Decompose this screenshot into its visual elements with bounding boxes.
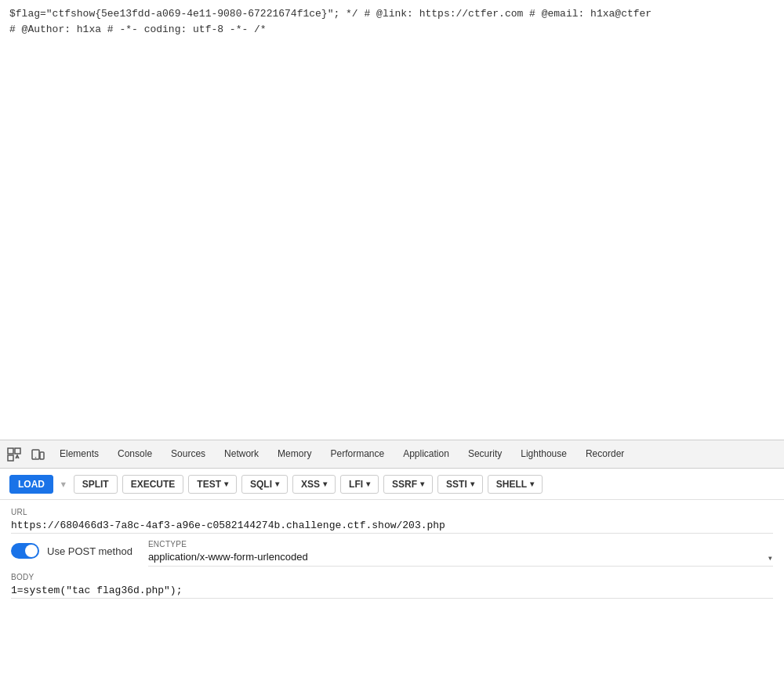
load-button[interactable]: LOAD: [9, 475, 53, 494]
tab-elements[interactable]: Elements: [50, 440, 108, 469]
split-divider: ▾: [60, 476, 67, 492]
tab-security[interactable]: Security: [459, 440, 511, 469]
enctype-label: enctype: [148, 540, 773, 549]
tab-console[interactable]: Console: [108, 440, 162, 469]
url-label: URL: [11, 508, 773, 516]
shell-dropdown-arrow: ▾: [530, 480, 534, 488]
url-input[interactable]: [11, 518, 773, 534]
enctype-field-group: enctype application/x-www-form-urlencode…: [148, 540, 773, 567]
tab-application[interactable]: Application: [394, 440, 459, 469]
ssti-button[interactable]: SSTI ▾: [437, 475, 483, 494]
code-line-2: # @Author: h1xa # -*- coding: utf-8 -*- …: [9, 22, 775, 38]
ssrf-dropdown-arrow: ▾: [420, 480, 424, 488]
post-method-toggle-container: Use POST method: [11, 540, 132, 559]
body-label: Body: [11, 573, 773, 581]
enctype-select[interactable]: application/x-www-form-urlencoded multip…: [148, 551, 773, 563]
devtools-tab-bar: Elements Console Sources Network Memory …: [0, 440, 784, 469]
shell-button[interactable]: SHELL ▾: [488, 475, 543, 494]
form-area: URL Use POST method enctype application/…: [0, 500, 784, 688]
svg-rect-2: [8, 455, 13, 461]
svg-rect-0: [8, 448, 13, 454]
lfi-dropdown-arrow: ▾: [366, 480, 370, 488]
ssrf-button[interactable]: SSRF ▾: [383, 475, 433, 494]
inspect-icon-btn[interactable]: [3, 444, 25, 465]
tab-lighthouse[interactable]: Lighthouse: [511, 440, 576, 469]
main-content-area: $flag="ctfshow{5ee13fdd-a069-4e11-9080-6…: [0, 0, 784, 440]
svg-point-6: [35, 457, 37, 458]
tab-recorder[interactable]: Recorder: [576, 440, 633, 469]
method-enctype-row: Use POST method enctype application/x-ww…: [11, 540, 773, 567]
inspect-icon: [7, 447, 21, 462]
code-line-1: $flag="ctfshow{5ee13fdd-a069-4e11-9080-6…: [9, 6, 775, 22]
split-button[interactable]: SPLIT: [74, 475, 118, 494]
body-input[interactable]: [11, 583, 773, 599]
sqli-button[interactable]: SQLI ▾: [241, 475, 288, 494]
test-dropdown-arrow: ▾: [224, 480, 228, 488]
device-icon-btn[interactable]: [27, 444, 49, 465]
device-icon: [31, 447, 45, 462]
xss-dropdown-arrow: ▾: [323, 480, 327, 488]
sqli-dropdown-arrow: ▾: [275, 480, 279, 488]
devtools-panel: Elements Console Sources Network Memory …: [0, 440, 784, 688]
tab-network[interactable]: Network: [215, 440, 268, 469]
tab-performance[interactable]: Performance: [321, 440, 394, 469]
svg-rect-1: [15, 448, 20, 454]
tab-memory[interactable]: Memory: [268, 440, 321, 469]
ssti-dropdown-arrow: ▾: [470, 480, 474, 488]
url-field-group: URL: [11, 508, 773, 534]
tab-sources[interactable]: Sources: [162, 440, 215, 469]
execute-button[interactable]: EXECUTE: [122, 475, 184, 494]
toolbar-row: LOAD ▾ SPLIT EXECUTE TEST ▾ SQLI ▾ XSS ▾…: [0, 469, 784, 500]
post-method-toggle[interactable]: [11, 543, 39, 559]
post-method-label: Use POST method: [47, 545, 132, 557]
lfi-button[interactable]: LFI ▾: [340, 475, 379, 494]
enctype-select-wrapper: application/x-www-form-urlencoded multip…: [148, 550, 773, 567]
svg-rect-5: [40, 452, 44, 459]
test-button[interactable]: TEST ▾: [188, 475, 237, 494]
body-field-group: Body: [11, 573, 773, 599]
xss-button[interactable]: XSS ▾: [292, 475, 336, 494]
